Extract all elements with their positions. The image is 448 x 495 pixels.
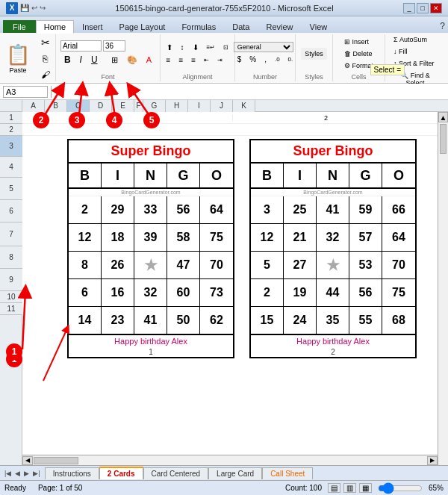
h-scroll-track[interactable] (33, 456, 427, 465)
bingo-c1-r5-i[interactable]: 23 (102, 307, 134, 334)
format-painter-button[interactable]: 🖌 (35, 67, 56, 82)
vertical-scrollbar[interactable]: ▲ ▼ (438, 112, 448, 495)
bingo-c2-r3-o[interactable]: 70 (382, 252, 415, 278)
percent-button[interactable]: % (246, 54, 260, 65)
comma-button[interactable]: , (261, 54, 270, 65)
bingo-c1-r4-o[interactable]: 73 (200, 279, 233, 306)
formula-input[interactable] (70, 87, 445, 96)
paste-button[interactable]: 📋 Paste (2, 41, 34, 76)
format-button[interactable]: ⚙ Format (340, 60, 377, 71)
bingo-c2-r5-i[interactable]: 24 (284, 307, 317, 334)
font-name-input[interactable] (60, 40, 102, 52)
align-bottom-button[interactable]: ⬇ (189, 42, 202, 53)
page-layout-view-button[interactable]: ▥ (343, 483, 356, 493)
bingo-c2-r1-b[interactable]: 3 (251, 196, 284, 223)
close-button[interactable]: ✕ (430, 3, 442, 13)
bingo-c2-r4-n[interactable]: 44 (317, 279, 349, 306)
cell-G1[interactable]: 2 (242, 114, 410, 122)
bingo-c2-r1-n[interactable]: 41 (317, 196, 349, 223)
horizontal-scrollbar[interactable]: ◀ ▶ (22, 455, 438, 465)
merge-button[interactable]: ⊡ (220, 42, 232, 53)
wrap-text-button[interactable]: ≡↵ (203, 42, 220, 53)
scroll-track[interactable] (438, 122, 448, 495)
fill-color-button[interactable]: 🎨 (123, 54, 141, 66)
tab-file[interactable]: File (3, 20, 36, 33)
cut-button[interactable]: ✂ (35, 34, 56, 51)
styles-button[interactable]: Styles (301, 48, 327, 60)
bingo-c1-r1-i[interactable]: 29 (102, 196, 134, 223)
sheet-nav-last[interactable]: ▶| (31, 470, 41, 477)
bingo-c1-r3-free[interactable]: ★ (134, 252, 167, 278)
bingo-c1-r3-b[interactable]: 8 (69, 252, 102, 278)
tab-card-centered[interactable]: Card Centered (143, 467, 209, 479)
sort-filter-button[interactable]: ↕ Sort & Filter (390, 58, 438, 69)
tab-review[interactable]: Review (258, 20, 301, 33)
bingo-c1-r5-o[interactable]: 62 (200, 307, 233, 334)
tab-home[interactable]: Home (36, 20, 74, 34)
align-middle-button[interactable]: ↕ (177, 42, 188, 53)
quick-access-redo[interactable]: ↪ (40, 4, 46, 12)
bingo-c1-r2-g[interactable]: 58 (167, 224, 200, 251)
quick-access-save[interactable]: 💾 (20, 4, 29, 12)
bingo-c1-r4-i[interactable]: 16 (102, 279, 134, 306)
align-left-button[interactable]: ≡ (163, 55, 175, 66)
scroll-thumb[interactable] (440, 124, 447, 154)
tab-page-layout[interactable]: Page Layout (111, 20, 174, 33)
bingo-c2-r3-free[interactable]: ★ (317, 252, 349, 278)
bingo-c2-r1-i[interactable]: 25 (284, 196, 317, 223)
normal-view-button[interactable]: ▤ (328, 483, 340, 493)
page-break-view-button[interactable]: ▦ (359, 483, 372, 493)
bingo-c2-r5-b[interactable]: 15 (251, 307, 284, 334)
bingo-c2-r4-o[interactable]: 75 (382, 279, 415, 306)
zoom-slider[interactable] (378, 485, 423, 492)
underline-button[interactable]: U (87, 53, 102, 66)
bingo-c1-r3-i[interactable]: 26 (102, 252, 134, 278)
align-center-button[interactable]: ≡ (175, 55, 187, 66)
bingo-c2-r5-g[interactable]: 55 (349, 307, 382, 334)
bingo-c1-r2-b[interactable]: 12 (69, 224, 102, 251)
bingo-c2-r1-o[interactable]: 66 (382, 196, 415, 223)
number-format-select[interactable]: General (234, 42, 293, 52)
minimize-button[interactable]: _ (403, 3, 415, 13)
tab-call-sheet[interactable]: Call Sheet (262, 467, 313, 479)
tab-view[interactable]: View (302, 20, 336, 33)
name-box[interactable] (3, 86, 48, 98)
align-top-button[interactable]: ⬆ (163, 42, 176, 53)
bingo-c2-r2-b[interactable]: 12 (251, 224, 284, 251)
autosum-button[interactable]: Σ AutoSum (390, 34, 431, 45)
bingo-c2-r5-n[interactable]: 35 (317, 307, 349, 334)
delete-button[interactable]: 🗑 Delete (340, 49, 376, 59)
bingo-c1-r2-n[interactable]: 39 (134, 224, 167, 251)
bingo-c1-r1-g[interactable]: 56 (167, 196, 200, 223)
scroll-right-button[interactable]: ▶ (427, 456, 438, 465)
tab-data[interactable]: Data (224, 20, 258, 33)
tab-formulas[interactable]: Formulas (173, 20, 224, 33)
scroll-up-button[interactable]: ▲ (438, 112, 448, 122)
decimal-increase-button[interactable]: .0 (271, 54, 284, 65)
bingo-c2-r4-b[interactable]: 2 (251, 279, 284, 306)
grid-content[interactable]: 1 2 Super Bingo (22, 112, 438, 495)
insert-button[interactable]: ⊞ Insert (340, 37, 373, 47)
cell-B1[interactable]: 1 (67, 114, 233, 122)
bingo-c2-r4-g[interactable]: 56 (349, 279, 382, 306)
border-button[interactable]: ⊞ (108, 54, 122, 66)
bingo-c1-r4-b[interactable]: 6 (69, 279, 102, 306)
indent-increase-button[interactable]: ⇥ (214, 55, 226, 66)
bingo-c1-r2-i[interactable]: 18 (102, 224, 134, 251)
font-color-button[interactable]: A (143, 54, 155, 66)
quick-access-undo[interactable]: ↩ (31, 4, 37, 12)
bingo-c2-r3-b[interactable]: 5 (251, 252, 284, 278)
bingo-c1-r2-o[interactable]: 75 (200, 224, 233, 251)
fill-button[interactable]: ↓ Fill (390, 46, 411, 57)
align-right-button[interactable]: ≡ (187, 55, 199, 66)
bingo-c2-r2-g[interactable]: 57 (349, 224, 382, 251)
bingo-c1-r4-n[interactable]: 32 (134, 279, 167, 306)
bingo-c1-r3-o[interactable]: 70 (200, 252, 233, 278)
decimal-decrease-button[interactable]: 0. (284, 54, 297, 65)
tab-instructions[interactable]: Instructions (45, 467, 99, 479)
cell-row2[interactable] (22, 124, 438, 135)
tab-2-cards[interactable]: 2 Cards (99, 467, 143, 479)
sheet-nav-prev[interactable]: ◀ (13, 470, 22, 477)
bingo-c1-r5-g[interactable]: 50 (167, 307, 200, 334)
italic-button[interactable]: I (76, 53, 86, 66)
